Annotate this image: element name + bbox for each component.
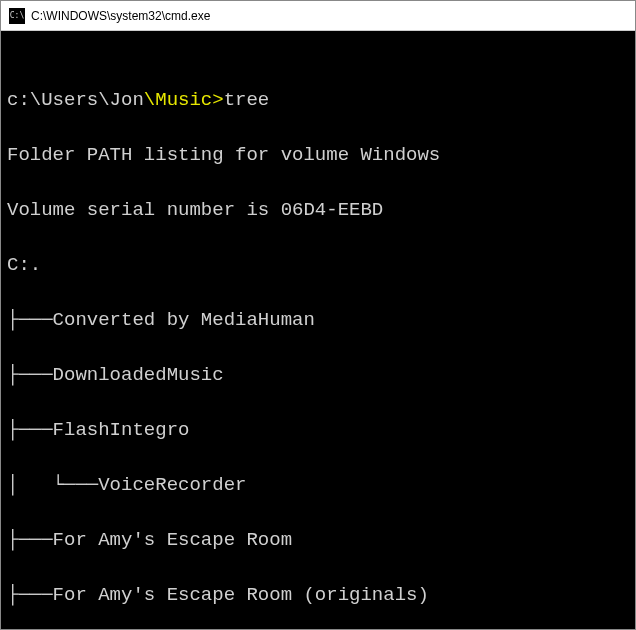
window-title: C:\WINDOWS\system32\cmd.exe (31, 9, 210, 23)
output-heading: Folder PATH listing for volume Windows (7, 142, 629, 170)
titlebar[interactable]: C:\ C:\WINDOWS\system32\cmd.exe (1, 1, 635, 31)
cmd-window: C:\ C:\WINDOWS\system32\cmd.exe c:\Users… (0, 0, 636, 630)
prompt-highlight: \Music> (144, 89, 224, 111)
tree-root: C:. (7, 252, 629, 280)
prompt-path: c:\Users\Jon (7, 89, 144, 111)
tree-line: ├───FlashIntegro (7, 417, 629, 445)
cmd-icon: C:\ (9, 8, 25, 24)
terminal-output[interactable]: c:\Users\Jon\Music>tree Folder PATH list… (1, 31, 635, 629)
prompt-command: tree (224, 89, 270, 111)
tree-line: │ └───VoiceRecorder (7, 472, 629, 500)
tree-line: ├───DownloadedMusic (7, 362, 629, 390)
prompt-line: c:\Users\Jon\Music>tree (7, 87, 629, 115)
tree-line: ├───For Amy's Escape Room (7, 527, 629, 555)
output-serial: Volume serial number is 06D4-EEBD (7, 197, 629, 225)
tree-line: ├───For Amy's Escape Room (originals) (7, 582, 629, 610)
tree-line: ├───Converted by MediaHuman (7, 307, 629, 335)
